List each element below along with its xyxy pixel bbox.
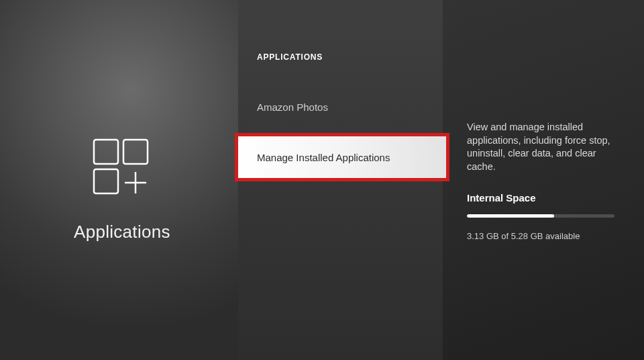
left-title: Applications: [74, 222, 170, 242]
menu-item-amazon-photos[interactable]: Amazon Photos: [238, 94, 443, 120]
storage-progress-fill: [467, 214, 554, 218]
detail-description: View and manage installed applications, …: [467, 121, 617, 173]
menu-item-selected-inner: Manage Installed Applications: [238, 136, 446, 178]
svg-rect-2: [94, 169, 118, 193]
applications-icon: [89, 134, 156, 201]
menu-item-label: Manage Installed Applications: [257, 152, 390, 163]
svg-rect-0: [94, 140, 118, 164]
internal-space-label: Internal Space: [467, 192, 617, 204]
menu-panel: APPLICATIONS Amazon Photos Manage Instal…: [238, 0, 443, 360]
detail-panel: View and manage installed applications, …: [443, 0, 644, 360]
menu-item-label: Amazon Photos: [257, 101, 328, 113]
storage-progress-bar: [467, 214, 614, 218]
app-root: Applications APPLICATIONS Amazon Photos …: [0, 0, 644, 360]
storage-available-text: 3.13 GB of 5.28 GB available: [467, 231, 617, 241]
svg-rect-1: [123, 140, 148, 164]
left-content: Applications: [74, 134, 170, 242]
left-panel: Applications: [0, 0, 238, 360]
menu-item-manage-installed-applications[interactable]: Manage Installed Applications: [235, 133, 449, 181]
menu-header: APPLICATIONS: [238, 52, 443, 62]
